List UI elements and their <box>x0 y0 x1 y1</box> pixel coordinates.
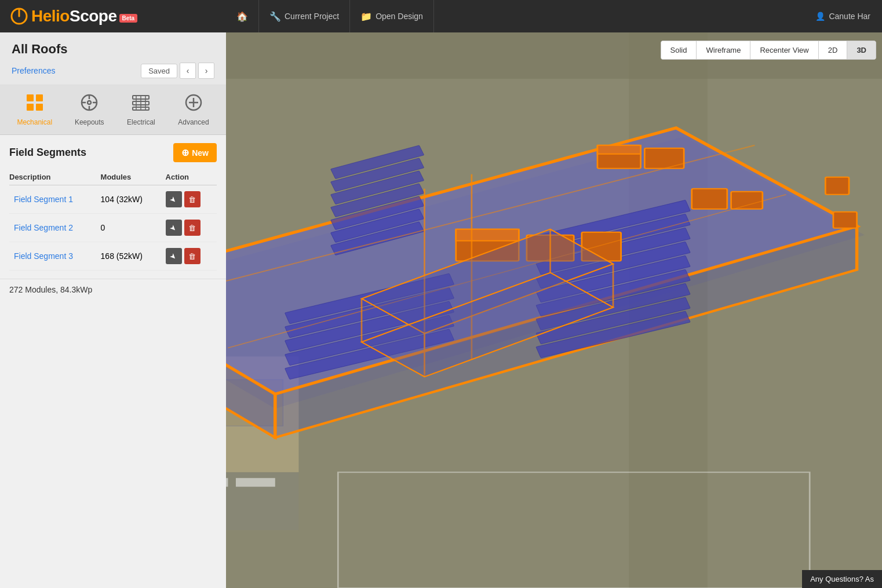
tab-advanced-label: Advanced <box>178 118 209 126</box>
action-buttons: ➤ 🗑 <box>166 220 212 236</box>
col-action: Action <box>161 169 217 185</box>
navigate-button[interactable]: ➤ <box>166 191 182 207</box>
keepouts-icon <box>80 93 99 116</box>
preferences-row: Preferences Saved ‹ › <box>12 63 214 79</box>
trash-icon: 🗑 <box>188 224 196 232</box>
segment-name-link[interactable]: Field Segment 3 <box>14 251 73 261</box>
svg-rect-69 <box>456 229 519 241</box>
preferences-link[interactable]: Preferences <box>12 66 55 75</box>
segment-modules-cell: 104 (32kW) <box>96 185 161 214</box>
svg-rect-75 <box>833 212 857 228</box>
trash-icon: 🗑 <box>188 195 196 204</box>
sidebar-panel: All Roofs Preferences Saved ‹ › Mechanic… <box>0 32 226 588</box>
navigate-icon: ➤ <box>168 222 178 233</box>
tool-tabs: Mechanical Keepouts <box>0 85 226 135</box>
tab-advanced[interactable]: Advanced <box>172 90 214 130</box>
user-menu[interactable]: 👤 Canute Har <box>815 12 882 21</box>
questions-badge[interactable]: Any Questions? As <box>802 570 882 588</box>
svg-rect-66 <box>597 145 641 154</box>
tab-electrical[interactable]: Electrical <box>121 90 161 130</box>
summary-text: 272 Modules, 84.3kWp <box>9 285 92 294</box>
power-icon <box>10 8 28 25</box>
segment-action-cell: ➤ 🗑 <box>161 242 217 271</box>
prev-arrow[interactable]: ‹ <box>180 63 196 79</box>
svg-rect-73 <box>731 192 763 209</box>
table-row: Field Segment 3168 (52kW) ➤ 🗑 <box>9 242 217 271</box>
view-controls: Solid Wireframe Recenter View 2D 3D <box>661 41 876 60</box>
logo-text: HelioScope <box>31 7 117 25</box>
navigate-icon: ➤ <box>168 251 178 261</box>
advanced-icon <box>184 93 203 116</box>
segment-name-cell: Field Segment 3 <box>9 242 96 271</box>
segment-modules-cell: 168 (52kW) <box>96 242 161 271</box>
segment-action-cell: ➤ 🗑 <box>161 185 217 214</box>
field-segments-table: Description Modules Action Field Segment… <box>9 169 217 271</box>
wireframe-view-button[interactable]: Wireframe <box>697 41 750 59</box>
3d-view-button[interactable]: 3D <box>847 41 876 59</box>
segment-name-link[interactable]: Field Segment 2 <box>14 223 73 232</box>
segment-name-link[interactable]: Field Segment 1 <box>14 195 73 204</box>
user-icon: 👤 <box>815 12 825 21</box>
svg-rect-72 <box>692 189 727 209</box>
delete-button[interactable]: 🗑 <box>184 191 201 207</box>
user-name: Canute Har <box>829 12 870 21</box>
recenter-view-button[interactable]: Recenter View <box>750 41 818 59</box>
tab-electrical-label: Electrical <box>127 118 155 126</box>
delete-button[interactable]: 🗑 <box>184 248 201 264</box>
segment-action-cell: ➤ 🗑 <box>161 214 217 242</box>
new-btn-label: New <box>192 148 209 158</box>
tab-keepouts[interactable]: Keepouts <box>69 90 110 130</box>
solid-view-button[interactable]: Solid <box>661 41 697 59</box>
current-project-link[interactable]: 🔧 Current Project <box>259 0 350 32</box>
svg-rect-89 <box>36 104 43 111</box>
col-description: Description <box>9 169 96 185</box>
top-navigation: HelioScope Beta 🏠 🔧 Current Project 📁 Op… <box>0 0 882 32</box>
questions-text: Any Questions? As <box>810 575 874 583</box>
electrical-icon <box>132 93 150 116</box>
new-segment-button[interactable]: ⊕ New <box>173 143 217 162</box>
tab-keepouts-label: Keepouts <box>75 118 104 126</box>
saved-button[interactable]: Saved <box>141 64 177 78</box>
field-segments-title: Field Segments <box>9 147 86 159</box>
field-segments-section: Field Segments ⊕ New Description Modules… <box>0 135 226 279</box>
svg-rect-35 <box>236 478 275 487</box>
current-project-label: Current Project <box>285 12 339 21</box>
svg-rect-74 <box>825 177 849 195</box>
nav-links: 🏠 🔧 Current Project 📁 Open Design <box>226 0 434 32</box>
segment-name-cell: Field Segment 2 <box>9 214 96 242</box>
svg-rect-88 <box>27 104 34 111</box>
field-segments-body: Field Segment 1104 (32kW) ➤ 🗑 Field Segm… <box>9 185 217 271</box>
navigate-icon: ➤ <box>168 194 178 204</box>
open-design-link[interactable]: 📁 Open Design <box>350 0 434 32</box>
tab-mechanical[interactable]: Mechanical <box>11 90 58 130</box>
home-link[interactable]: 🏠 <box>226 0 259 32</box>
delete-button[interactable]: 🗑 <box>184 220 201 236</box>
2d-view-button[interactable]: 2D <box>819 41 848 59</box>
navigate-button[interactable]: ➤ <box>166 248 182 264</box>
mechanical-icon <box>25 93 44 116</box>
field-segments-header: Field Segments ⊕ New <box>9 143 217 162</box>
trash-icon: 🗑 <box>188 252 196 261</box>
segment-name-cell: Field Segment 1 <box>9 185 96 214</box>
all-roofs-header: All Roofs Preferences Saved ‹ › <box>0 32 226 85</box>
beta-badge: Beta <box>119 14 138 23</box>
open-design-label: Open Design <box>376 12 423 21</box>
folder-icon: 📁 <box>360 11 372 22</box>
svg-rect-87 <box>36 94 43 101</box>
wrench-icon: 🔧 <box>269 11 281 22</box>
table-row: Field Segment 20 ➤ 🗑 <box>9 214 217 242</box>
next-arrow[interactable]: › <box>198 63 214 79</box>
tab-mechanical-label: Mechanical <box>17 118 52 126</box>
segment-modules-cell: 0 <box>96 214 161 242</box>
table-row: Field Segment 1104 (32kW) ➤ 🗑 <box>9 185 217 214</box>
svg-point-91 <box>88 101 91 104</box>
action-buttons: ➤ 🗑 <box>166 248 212 264</box>
home-icon: 🏠 <box>236 11 248 22</box>
logo-area: HelioScope Beta <box>0 7 226 25</box>
col-modules: Modules <box>96 169 161 185</box>
modules-summary: 272 Modules, 84.3kWp <box>0 279 226 300</box>
nav-controls: Saved ‹ › <box>141 63 214 79</box>
svg-rect-86 <box>27 94 34 101</box>
navigate-button[interactable]: ➤ <box>166 220 182 236</box>
all-roofs-title: All Roofs <box>12 42 214 57</box>
